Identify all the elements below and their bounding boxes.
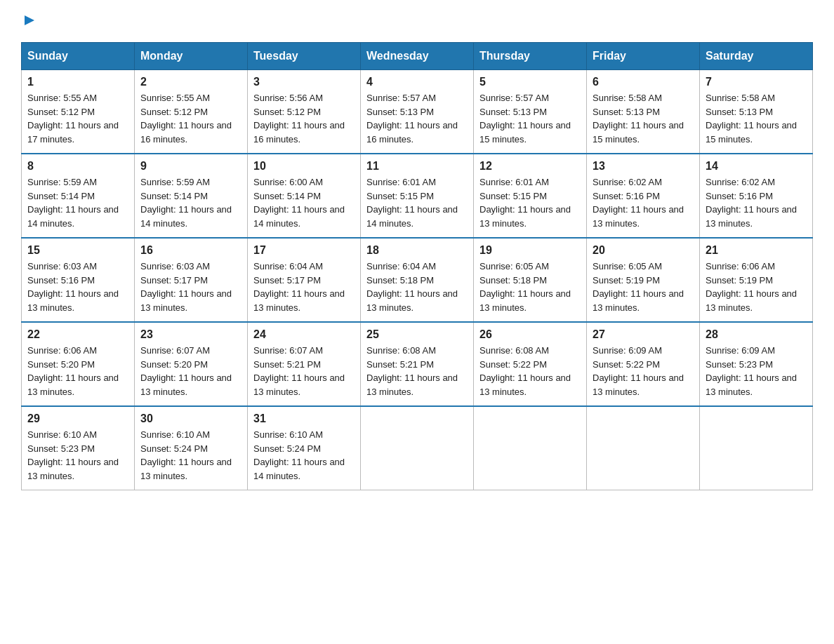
day-number: 17 <box>253 244 355 257</box>
day-number: 19 <box>479 244 581 257</box>
daylight-label: Daylight: 11 hours and 13 minutes. <box>140 373 232 397</box>
calendar-week-row: 8 Sunrise: 5:59 AM Sunset: 5:14 PM Dayli… <box>22 154 813 238</box>
day-info: Sunrise: 6:02 AM Sunset: 5:16 PM Dayligh… <box>593 175 694 230</box>
sunrise-label: Sunrise: 6:03 AM <box>140 261 210 271</box>
day-info: Sunrise: 5:57 AM Sunset: 5:13 PM Dayligh… <box>366 91 468 146</box>
daylight-label: Daylight: 11 hours and 13 minutes. <box>593 373 684 397</box>
sunset-label: Sunset: 5:22 PM <box>479 359 547 370</box>
sunrise-label: Sunrise: 5:59 AM <box>27 177 97 187</box>
day-info: Sunrise: 5:55 AM Sunset: 5:12 PM Dayligh… <box>140 91 241 146</box>
day-number: 8 <box>27 160 128 173</box>
sunrise-label: Sunrise: 6:10 AM <box>27 429 97 440</box>
calendar-cell: 1 Sunrise: 5:55 AM Sunset: 5:12 PM Dayli… <box>22 70 135 154</box>
daylight-label: Daylight: 11 hours and 14 minutes. <box>27 204 119 229</box>
daylight-label: Daylight: 11 hours and 13 minutes. <box>140 288 232 313</box>
sunrise-label: Sunrise: 6:08 AM <box>366 345 436 356</box>
sunset-label: Sunset: 5:12 PM <box>140 107 208 117</box>
daylight-label: Daylight: 11 hours and 13 minutes. <box>706 204 797 229</box>
day-number: 3 <box>253 76 355 88</box>
sunset-label: Sunset: 5:21 PM <box>366 359 434 370</box>
page-header <box>21 14 813 29</box>
sunset-label: Sunset: 5:16 PM <box>593 191 660 201</box>
day-info: Sunrise: 6:02 AM Sunset: 5:16 PM Dayligh… <box>706 175 807 230</box>
calendar-cell: 18 Sunrise: 6:04 AM Sunset: 5:18 PM Dayl… <box>361 238 474 322</box>
day-number: 22 <box>27 328 128 341</box>
day-number: 5 <box>479 76 581 88</box>
sunset-label: Sunset: 5:17 PM <box>253 275 321 286</box>
calendar-cell: 28 Sunrise: 6:09 AM Sunset: 5:23 PM Dayl… <box>700 322 813 406</box>
sunrise-label: Sunrise: 6:03 AM <box>27 261 97 271</box>
day-info: Sunrise: 6:07 AM Sunset: 5:20 PM Dayligh… <box>140 344 241 398</box>
calendar-cell: 5 Sunrise: 5:57 AM Sunset: 5:13 PM Dayli… <box>474 70 587 154</box>
daylight-label: Daylight: 11 hours and 16 minutes. <box>253 120 345 145</box>
calendar-week-row: 15 Sunrise: 6:03 AM Sunset: 5:16 PM Dayl… <box>22 238 813 322</box>
day-info: Sunrise: 6:01 AM Sunset: 5:15 PM Dayligh… <box>479 175 581 230</box>
calendar-cell: 29 Sunrise: 6:10 AM Sunset: 5:23 PM Dayl… <box>22 406 135 490</box>
calendar-cell: 3 Sunrise: 5:56 AM Sunset: 5:12 PM Dayli… <box>248 70 361 154</box>
daylight-label: Daylight: 11 hours and 13 minutes. <box>27 288 119 313</box>
day-number: 16 <box>140 244 241 257</box>
col-header-wednesday: Wednesday <box>361 43 474 70</box>
day-number: 11 <box>366 160 468 173</box>
day-info: Sunrise: 5:58 AM Sunset: 5:13 PM Dayligh… <box>593 91 694 146</box>
daylight-label: Daylight: 11 hours and 13 minutes. <box>479 373 571 397</box>
day-number: 1 <box>27 76 128 88</box>
calendar-cell: 14 Sunrise: 6:02 AM Sunset: 5:16 PM Dayl… <box>700 154 813 238</box>
calendar-cell: 22 Sunrise: 6:06 AM Sunset: 5:20 PM Dayl… <box>22 322 135 406</box>
daylight-label: Daylight: 11 hours and 13 minutes. <box>479 288 571 313</box>
day-number: 21 <box>706 244 807 257</box>
calendar-cell: 13 Sunrise: 6:02 AM Sunset: 5:16 PM Dayl… <box>587 154 700 238</box>
sunrise-label: Sunrise: 6:05 AM <box>593 261 662 271</box>
day-number: 15 <box>27 244 128 257</box>
sunrise-label: Sunrise: 6:07 AM <box>253 345 323 356</box>
calendar-cell: 19 Sunrise: 6:05 AM Sunset: 5:18 PM Dayl… <box>474 238 587 322</box>
col-header-friday: Friday <box>587 43 700 70</box>
day-number: 20 <box>593 244 694 257</box>
col-header-saturday: Saturday <box>700 43 813 70</box>
daylight-label: Daylight: 11 hours and 16 minutes. <box>366 120 458 145</box>
daylight-label: Daylight: 11 hours and 13 minutes. <box>253 373 345 397</box>
day-info: Sunrise: 6:10 AM Sunset: 5:23 PM Dayligh… <box>27 428 128 483</box>
daylight-label: Daylight: 11 hours and 14 minutes. <box>366 204 458 229</box>
calendar-cell: 25 Sunrise: 6:08 AM Sunset: 5:21 PM Dayl… <box>361 322 474 406</box>
day-number: 4 <box>366 76 468 88</box>
day-info: Sunrise: 6:05 AM Sunset: 5:18 PM Dayligh… <box>479 260 581 314</box>
sunrise-label: Sunrise: 6:09 AM <box>593 345 662 356</box>
sunrise-label: Sunrise: 6:02 AM <box>706 177 775 187</box>
day-number: 9 <box>140 160 241 173</box>
calendar-week-row: 29 Sunrise: 6:10 AM Sunset: 5:23 PM Dayl… <box>22 406 813 490</box>
day-info: Sunrise: 6:10 AM Sunset: 5:24 PM Dayligh… <box>140 428 241 483</box>
day-number: 18 <box>366 244 468 257</box>
daylight-label: Daylight: 11 hours and 13 minutes. <box>593 204 684 229</box>
calendar-cell: 24 Sunrise: 6:07 AM Sunset: 5:21 PM Dayl… <box>248 322 361 406</box>
calendar-cell <box>700 406 813 490</box>
sunset-label: Sunset: 5:16 PM <box>706 191 773 201</box>
day-info: Sunrise: 5:57 AM Sunset: 5:13 PM Dayligh… <box>479 91 581 146</box>
day-number: 30 <box>140 412 241 425</box>
calendar-cell: 21 Sunrise: 6:06 AM Sunset: 5:19 PM Dayl… <box>700 238 813 322</box>
sunset-label: Sunset: 5:15 PM <box>366 191 434 201</box>
sunset-label: Sunset: 5:17 PM <box>140 275 208 286</box>
sunset-label: Sunset: 5:15 PM <box>479 191 547 201</box>
sunset-label: Sunset: 5:20 PM <box>140 359 208 370</box>
daylight-label: Daylight: 11 hours and 13 minutes. <box>593 288 684 313</box>
col-header-tuesday: Tuesday <box>248 43 361 70</box>
calendar-cell: 17 Sunrise: 6:04 AM Sunset: 5:17 PM Dayl… <box>248 238 361 322</box>
daylight-label: Daylight: 11 hours and 17 minutes. <box>27 120 119 145</box>
daylight-label: Daylight: 11 hours and 13 minutes. <box>27 373 119 397</box>
calendar-cell: 15 Sunrise: 6:03 AM Sunset: 5:16 PM Dayl… <box>22 238 135 322</box>
calendar-cell: 11 Sunrise: 6:01 AM Sunset: 5:15 PM Dayl… <box>361 154 474 238</box>
sunrise-label: Sunrise: 6:06 AM <box>27 345 97 356</box>
sunset-label: Sunset: 5:14 PM <box>27 191 95 201</box>
sunrise-label: Sunrise: 6:02 AM <box>593 177 662 187</box>
day-number: 27 <box>593 328 694 341</box>
daylight-label: Daylight: 11 hours and 15 minutes. <box>479 120 571 145</box>
sunset-label: Sunset: 5:18 PM <box>479 275 547 286</box>
day-info: Sunrise: 6:01 AM Sunset: 5:15 PM Dayligh… <box>366 175 468 230</box>
calendar-cell <box>587 406 700 490</box>
sunrise-label: Sunrise: 6:08 AM <box>479 345 549 356</box>
col-header-thursday: Thursday <box>474 43 587 70</box>
sunset-label: Sunset: 5:12 PM <box>27 107 95 117</box>
col-header-sunday: Sunday <box>22 43 135 70</box>
sunrise-label: Sunrise: 6:04 AM <box>253 261 323 271</box>
